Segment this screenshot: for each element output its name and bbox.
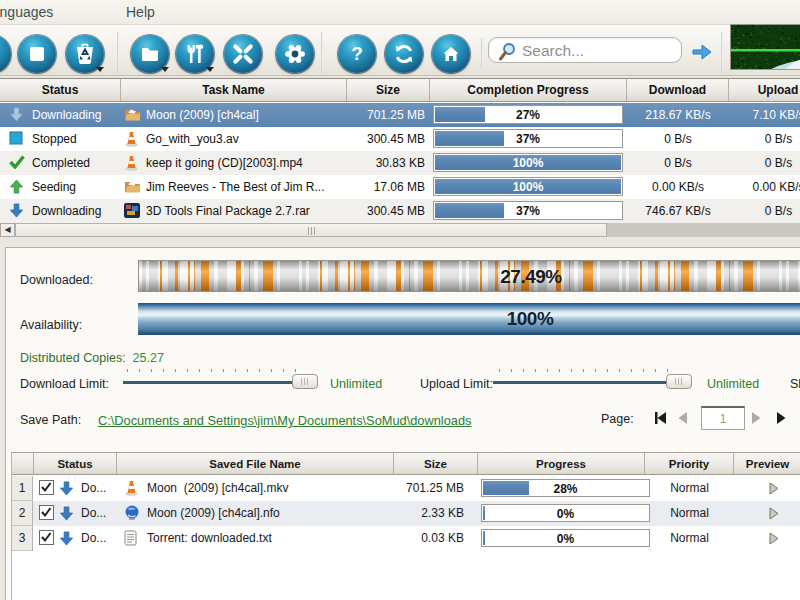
svg-text:?: ? xyxy=(351,44,363,64)
